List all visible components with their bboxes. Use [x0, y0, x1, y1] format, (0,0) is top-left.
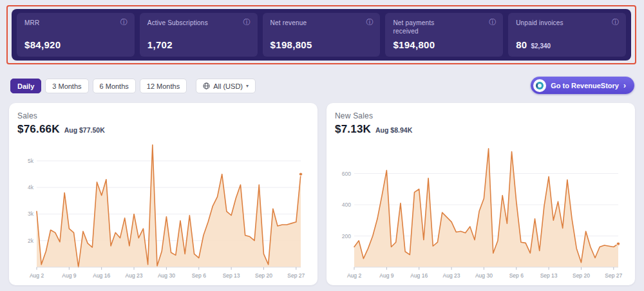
info-icon[interactable]: ⓘ [366, 19, 373, 26]
kpi-annotation-outline: MRR ⓘ $84,920 Active Subscriptions ⓘ 1,7… [6, 5, 636, 64]
new-sales-chart-card: New Sales $7.13K Aug $8.94K 200400600Aug… [327, 103, 635, 285]
svg-text:Sep 13: Sep 13 [223, 272, 240, 279]
kpi-label: MRR [24, 19, 39, 27]
sales-chart-card: Sales $76.66K Aug $77.50K 2k3k4k5kAug 2A… [9, 103, 317, 285]
kpi-value: $198,805 [270, 39, 312, 50]
chart-total-value: $7.13K [335, 123, 371, 136]
svg-text:Sep 20: Sep 20 [573, 272, 590, 279]
kpi-card-unpaid-invoices: Unpaid invoices ⓘ 80 $2,340 [508, 13, 626, 57]
period-button-3-months[interactable]: 3 Months [45, 79, 88, 93]
kpi-label: Active Subscriptions [147, 19, 208, 27]
kpi-label: Unpaid invoices [516, 19, 564, 27]
info-icon[interactable]: ⓘ [612, 19, 619, 26]
svg-text:Sep 13: Sep 13 [540, 272, 558, 279]
svg-text:Aug 30: Aug 30 [158, 272, 175, 279]
kpi-subvalue: $2,340 [531, 42, 551, 50]
sales-area-chart[interactable]: 2k3k4k5kAug 2Aug 9Aug 16Aug 23Aug 30Sep … [17, 138, 308, 285]
svg-text:Aug 9: Aug 9 [62, 272, 76, 279]
period-button-12-months[interactable]: 12 Months [140, 79, 187, 93]
svg-text:Aug 9: Aug 9 [379, 272, 393, 279]
svg-text:3k: 3k [28, 211, 34, 217]
svg-text:Aug 16: Aug 16 [93, 272, 110, 279]
chart-period-comparison: Aug $77.50K [64, 126, 105, 134]
kpi-card-mrr: MRR ⓘ $84,920 [17, 13, 135, 57]
filter-row: Daily 3 Months 6 Months 12 Months All (U… [10, 79, 256, 93]
go-to-revenuestory-label: Go to RevenueStory [551, 82, 619, 89]
svg-text:Sep 6: Sep 6 [509, 272, 524, 279]
kpi-value: 80 [516, 39, 527, 50]
svg-text:Sep 20: Sep 20 [255, 272, 272, 279]
chart-title: Sales [17, 111, 309, 120]
currency-dropdown[interactable]: All (USD) ▾ [196, 79, 256, 93]
globe-icon [203, 82, 210, 89]
chevron-right-icon: › [623, 82, 626, 89]
go-to-revenuestory-button[interactable]: Go to RevenueStory › [531, 77, 634, 94]
kpi-card-net-revenue: Net revenue ⓘ $198,805 [263, 13, 381, 57]
new-sales-area-chart[interactable]: 200400600Aug 2Aug 9Aug 16Aug 23Aug 30Sep… [335, 138, 626, 285]
kpi-value: $84,920 [24, 39, 61, 50]
svg-text:Sep 27: Sep 27 [287, 272, 305, 279]
svg-text:4k: 4k [28, 184, 34, 191]
kpi-card-active-subscriptions: Active Subscriptions ⓘ 1,702 [140, 13, 258, 57]
svg-text:400: 400 [342, 202, 351, 208]
svg-text:Aug 16: Aug 16 [410, 272, 428, 279]
info-icon[interactable]: ⓘ [120, 19, 128, 26]
period-button-6-months[interactable]: 6 Months [93, 79, 136, 93]
svg-text:600: 600 [342, 171, 351, 177]
currency-dropdown-label: All (USD) [213, 82, 243, 90]
info-icon[interactable]: ⓘ [489, 19, 496, 26]
svg-text:Aug 2: Aug 2 [347, 272, 361, 279]
kpi-value: 1,702 [147, 39, 173, 50]
kpi-label: Net payments received [393, 19, 454, 35]
svg-text:Aug 23: Aug 23 [126, 272, 143, 279]
revenuestory-logo-icon [533, 79, 546, 92]
svg-text:Sep 6: Sep 6 [192, 272, 206, 279]
period-button-daily[interactable]: Daily [10, 79, 41, 93]
chart-period-comparison: Aug $8.94K [375, 126, 412, 134]
kpi-card-net-payments: Net payments received ⓘ $194,800 [385, 13, 503, 57]
svg-text:Sep 27: Sep 27 [605, 272, 622, 279]
svg-text:Aug 30: Aug 30 [475, 272, 493, 279]
svg-text:Aug 23: Aug 23 [443, 272, 460, 279]
svg-text:2k: 2k [28, 238, 34, 244]
chart-title: New Sales [335, 111, 627, 120]
svg-text:Aug 2: Aug 2 [30, 272, 44, 279]
kpi-strip: MRR ⓘ $84,920 Active Subscriptions ⓘ 1,7… [12, 9, 631, 61]
chevron-down-icon: ▾ [246, 83, 249, 89]
svg-text:200: 200 [342, 233, 351, 239]
svg-text:5k: 5k [28, 158, 34, 164]
kpi-value: $194,800 [393, 39, 435, 50]
chart-total-value: $76.66K [17, 123, 60, 136]
kpi-label: Net revenue [270, 19, 307, 27]
info-icon[interactable]: ⓘ [243, 19, 251, 26]
